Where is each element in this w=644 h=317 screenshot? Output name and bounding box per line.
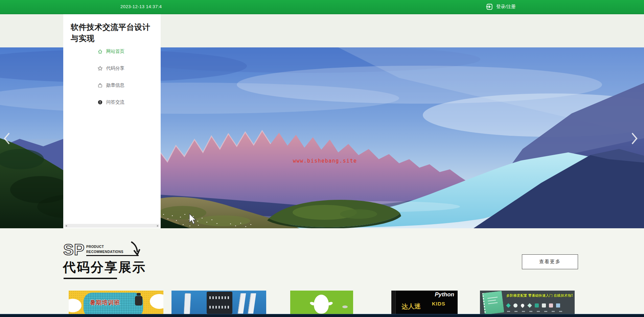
scrollbar-left-arrow-icon[interactable] <box>65 225 67 227</box>
top-bar: 2023-12-13 14:37:4 登录/注册 <box>0 0 644 14</box>
card-hardware[interactable] <box>171 291 266 314</box>
mouse-cursor <box>189 213 198 226</box>
sidebar-item-medal-info[interactable]: 勋章信息 <box>63 77 161 94</box>
book-spine <box>391 291 396 314</box>
sidebar: 软件技术交流平台设计与实现 网站首页 代码分享 <box>63 14 161 228</box>
product-icons <box>506 303 560 308</box>
home-icon <box>97 49 103 54</box>
device-box <box>207 292 232 314</box>
down-arrow-icon <box>130 240 140 258</box>
device-shape <box>248 293 256 314</box>
card-python-kids[interactable]: Python 达人迷 KIDS <box>391 291 458 314</box>
tagline-line2: RECOMMENDATIONS <box>86 249 123 254</box>
cloud-shape <box>69 299 82 312</box>
card-brand: Python <box>435 291 454 298</box>
device-shape <box>184 293 191 314</box>
sidebar-item-home[interactable]: 网站首页 <box>63 43 161 60</box>
card-slot: 暑期培训班 <box>69 291 163 314</box>
card-summer-training[interactable]: 暑期培训班 <box>69 291 163 314</box>
carousel-prev-button[interactable] <box>2 131 12 146</box>
carousel-next-button[interactable] <box>629 131 639 146</box>
sidebar-scrollbar[interactable] <box>64 224 160 228</box>
card-course[interactable]: 多阶梯度配置 零基础快速入门 在线技术指导 <box>480 291 575 314</box>
section-heading: 代码分享展示 <box>63 259 146 276</box>
card-slot <box>171 291 266 314</box>
sidebar-item-qa-exchange[interactable]: 问答交流 <box>63 94 161 111</box>
card-slot: 多阶梯度配置 零基础快速入门 在线技术指导 <box>480 291 575 314</box>
icon-labels <box>507 311 562 312</box>
logo-tagline: PRODUCT RECOMMENDATIONS <box>86 244 123 254</box>
star-icon <box>97 66 103 71</box>
login-register-button[interactable]: 登录/注册 <box>486 0 516 14</box>
book-cover <box>482 291 504 314</box>
robot-figure <box>135 296 142 305</box>
view-more-button[interactable]: 查看更多 <box>522 254 578 269</box>
timestamp: 2023-12-13 14:37:4 <box>120 0 162 14</box>
bag-icon <box>97 83 103 88</box>
connector-dots <box>209 296 230 299</box>
tagline-line1: PRODUCT <box>86 244 123 249</box>
sidebar-item-label: 勋章信息 <box>106 82 124 88</box>
page: 2023-12-13 14:37:4 登录/注册 <box>0 0 644 317</box>
cartoon-figure <box>314 295 329 314</box>
sp-logo: SP <box>63 241 79 259</box>
card-green-cartoon[interactable] <box>290 291 353 314</box>
sidebar-menu: 网站首页 代码分享 勋章信息 <box>63 43 161 111</box>
card-title-left: 达人迷 <box>401 302 421 311</box>
card-caption: 暑期培训班 <box>90 299 120 307</box>
login-label: 登录/注册 <box>496 4 516 10</box>
device-shape <box>238 293 246 314</box>
login-icon <box>486 3 493 10</box>
card-slot <box>274 291 369 314</box>
info-icon <box>97 100 103 105</box>
sidebar-item-code-share[interactable]: 代码分享 <box>63 60 161 77</box>
site-title: 软件技术交流平台设计与实现 <box>71 22 152 44</box>
sidebar-item-label: 问答交流 <box>106 99 124 105</box>
cloud-shape <box>150 294 163 309</box>
card-title-right: KIDS <box>432 301 445 307</box>
smudge-shape <box>342 305 348 308</box>
watermark-text: www.bishebang.site <box>293 158 357 164</box>
sidebar-item-label: 网站首页 <box>106 48 124 55</box>
bottom-bar <box>0 314 644 317</box>
connector-dots <box>209 306 230 309</box>
heading-underline <box>64 278 117 279</box>
card-caption: 多阶梯度配置 零基础快速入门 在线技术指导 <box>506 293 573 298</box>
scrollbar-right-arrow-icon[interactable] <box>157 225 159 227</box>
sidebar-item-label: 代码分享 <box>106 65 124 71</box>
card-slot: Python 达人迷 KIDS <box>377 291 472 314</box>
